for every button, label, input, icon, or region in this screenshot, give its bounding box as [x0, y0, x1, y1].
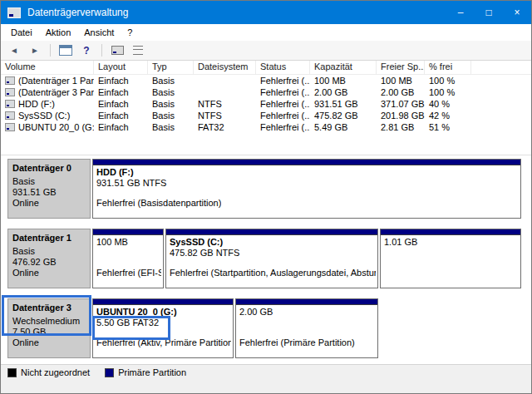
column-header-typ[interactable]: Typ [148, 61, 194, 74]
column-header-kapazitaet[interactable]: Kapazität [310, 61, 377, 74]
cell-freier-sp: 2.81 GB [377, 122, 425, 132]
volume-name: (Datenträger 1 Par... [18, 76, 94, 86]
disk-name: Datenträger 0 [12, 162, 86, 174]
disk-status: Online [12, 337, 86, 348]
menu-aktion[interactable]: Aktion [39, 26, 78, 39]
cell-dateisystem: NTFS [194, 99, 256, 109]
cell-freier-sp: 371.07 GB [377, 99, 425, 109]
cell-kapazitaet: 2.00 GB [310, 87, 377, 97]
app-icon [7, 7, 21, 18]
partition-2gb[interactable]: 2.00 GB Fehlerfrei (Primäre Partition) [235, 298, 378, 358]
column-header-dateisystem[interactable]: Dateisystem [194, 61, 256, 74]
partition-efi[interactable]: 100 MB Fehlerfrei (EFI-Sy: [92, 229, 164, 288]
help-icon[interactable]: ? [79, 43, 94, 58]
graphical-view: Datenträger 0 Basis 931.51 GB Online HDD… [1, 155, 531, 364]
cell-kapazitaet: 5.49 GB [310, 122, 377, 132]
partition-recovery[interactable]: 1.01 GB [380, 229, 521, 288]
maximize-button[interactable]: □ [475, 1, 503, 24]
legend-label: Primäre Partition [118, 367, 186, 377]
disk-type: Basis [12, 176, 86, 187]
disk-row-1: Datenträger 1 Basis 476.92 GB Online 100… [7, 229, 523, 288]
legend-item-primary: Primäre Partition [105, 367, 186, 377]
minimize-button[interactable]: – [446, 1, 475, 24]
disk-label-0[interactable]: Datenträger 0 Basis 931.51 GB Online [7, 159, 91, 219]
cell-volume: UBUNTU 20_0 (G:) [1, 122, 94, 132]
cell-prozent-frei: 100 % [425, 76, 471, 86]
menu-ansicht[interactable]: Ansicht [77, 26, 121, 39]
partition-state: Fehlerfrei (Startpartition, Auslagerungs… [170, 268, 376, 278]
partition-info: 5.50 GB FAT32 [96, 318, 229, 328]
partition-body: HDD (F:) 931.51 GB NTFS Fehlerfrei (Basi… [93, 165, 520, 218]
column-header-freier-sp[interactable]: Freier Sp... [377, 61, 425, 74]
legend: Nicht zugeordnet Primäre Partition [1, 364, 531, 380]
console-tree-icon[interactable] [58, 43, 73, 58]
cell-prozent-frei: 100 % [425, 87, 471, 97]
toolbar-separator [50, 44, 51, 57]
cell-layout: Einfach [94, 76, 148, 86]
primary-partition-color-swatch [105, 368, 114, 377]
partition-body: 100 MB Fehlerfrei (EFI-Sy: [93, 235, 163, 288]
cell-status: Fehlerfrei (... [256, 122, 310, 132]
disk-row-3: Datenträger 3 Wechselmedium 7.50 GB Onli… [7, 298, 523, 358]
window-title: Datenträgerverwaltung [27, 7, 128, 18]
partition-color-strip [93, 229, 163, 235]
disk-label-1[interactable]: Datenträger 1 Basis 476.92 GB Online [7, 229, 91, 288]
volume-name: HDD (F:) [18, 99, 55, 109]
column-header-layout[interactable]: Layout [94, 61, 148, 74]
titlebar: Datenträgerverwaltung – □ × [1, 1, 531, 24]
volume-name: UBUNTU 20_0 (G:) [18, 122, 94, 132]
partition-color-strip [166, 229, 377, 235]
volume-name: SysSSD (C:) [18, 111, 70, 121]
cell-layout: Einfach [94, 87, 148, 97]
partition-body: UBUNTU 20_0 (G:) 5.50 GB FAT32 Fehlerfre… [93, 305, 233, 357]
partition-color-strip [236, 299, 377, 305]
volume-icon [5, 100, 15, 108]
cell-typ: Basis [148, 76, 194, 86]
disk-label-3[interactable]: Datenträger 3 Wechselmedium 7.50 GB Onli… [7, 298, 91, 358]
cell-prozent-frei: 51 % [425, 122, 471, 132]
forward-icon[interactable]: ► [27, 43, 42, 58]
cell-typ: Basis [148, 111, 194, 121]
volume-icon [5, 88, 15, 96]
disk-partitions-1: 100 MB Fehlerfrei (EFI-Sy: SysSSD (C:) 4… [92, 229, 523, 288]
table-row[interactable]: (Datenträger 1 Par... Einfach Basis Fehl… [1, 75, 531, 86]
partition-info: 100 MB [96, 237, 160, 248]
window-controls: – □ × [446, 1, 531, 24]
table-row[interactable]: SysSSD (C:) Einfach Basis NTFS Fehlerfre… [1, 110, 531, 121]
partition-color-strip [381, 229, 520, 235]
close-button[interactable]: × [503, 1, 531, 24]
menu-hilfe[interactable]: ? [121, 26, 139, 39]
menu-datei[interactable]: Datei [4, 26, 39, 39]
cell-status: Fehlerfrei (... [256, 111, 310, 121]
column-header-prozent-frei[interactable]: % frei [425, 61, 471, 74]
volume-icon [5, 123, 15, 131]
disk-partitions-0: HDD (F:) 931.51 GB NTFS Fehlerfrei (Basi… [92, 159, 523, 219]
table-row[interactable]: UBUNTU 20_0 (G:) Einfach Basis FAT32 Feh… [1, 121, 531, 133]
cell-volume: (Datenträger 1 Par... [1, 76, 94, 86]
cell-kapazitaet: 931.51 GB [310, 99, 377, 109]
statusbar [1, 380, 531, 393]
column-header-status[interactable]: Status [256, 61, 310, 74]
cell-volume: SysSSD (C:) [1, 111, 94, 121]
back-icon[interactable]: ◄ [7, 43, 22, 58]
partition-state: Fehlerfrei (Basisdatenpartition) [96, 198, 221, 208]
column-header-volume[interactable]: Volume [1, 61, 94, 74]
legend-label: Nicht zugeordnet [21, 367, 90, 377]
table-row[interactable]: HDD (F:) Einfach Basis NTFS Fehlerfrei (… [1, 98, 531, 110]
disk-view-icon[interactable] [110, 43, 125, 58]
disk-type: Wechselmedium [12, 316, 86, 327]
partition-syssd-c[interactable]: SysSSD (C:) 475.82 GB NTFS Fehlerfrei (S… [165, 229, 378, 288]
cell-kapazitaet: 100 MB [310, 76, 377, 86]
partition-ubuntu-g[interactable]: UBUNTU 20_0 (G:) 5.50 GB FAT32 Fehlerfre… [92, 298, 234, 358]
partition-info: 931.51 GB NTFS [96, 178, 517, 189]
details-view-icon[interactable] [131, 43, 145, 58]
cell-layout: Einfach [94, 99, 148, 109]
partition-state: Fehlerfrei (Aktiv, Primäre Partition) [96, 337, 231, 347]
partition-info: 2.00 GB [239, 307, 374, 318]
cell-typ: Basis [148, 87, 194, 97]
partition-color-strip [93, 299, 233, 305]
volume-table: Volume Layout Typ Dateisystem Status Kap… [1, 61, 531, 155]
table-row[interactable]: (Datenträger 3 Par... Einfach Basis Fehl… [1, 86, 531, 98]
partition-hdd-f[interactable]: HDD (F:) 931.51 GB NTFS Fehlerfrei (Basi… [92, 159, 521, 219]
partition-title: HDD (F:) [96, 167, 517, 178]
